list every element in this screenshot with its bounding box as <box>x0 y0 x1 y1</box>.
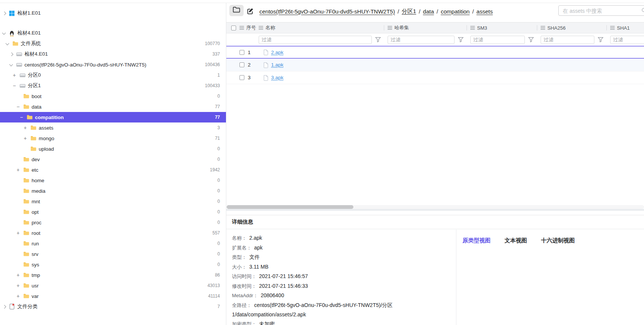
chevron-down-icon[interactable] <box>2 32 9 34</box>
breadcrumb-segment[interactable]: data <box>423 8 434 15</box>
tree-item[interactable]: sys0 <box>0 259 226 270</box>
expand-plus-icon[interactable]: + <box>17 167 23 172</box>
tree-item[interactable]: boot0 <box>0 91 226 101</box>
edit-path-button[interactable] <box>246 8 254 16</box>
expand-plus-icon[interactable]: + <box>17 272 23 278</box>
folder-icon <box>23 178 29 183</box>
breadcrumb-segment[interactable]: compatition <box>441 8 470 15</box>
tree-item[interactable]: 检材4.E01 <box>0 28 226 38</box>
detail-field-value: centos(tfP26t-5gvO-aOnu-7F0u-dvd5-sHUY-T… <box>232 302 392 318</box>
tree-item[interactable]: +tmp86 <box>0 270 226 280</box>
detail-field-label: 扩展名： <box>232 245 252 251</box>
cell-SHA256 <box>537 46 606 59</box>
breadcrumb-segment[interactable]: assets <box>476 8 492 15</box>
tree-item[interactable]: home0 <box>0 175 226 186</box>
tree-item[interactable]: −data77 <box>0 101 226 112</box>
filter-input-名称[interactable] <box>259 36 372 44</box>
tree-item[interactable]: opt0 <box>0 207 226 217</box>
tree-item[interactable]: proc0 <box>0 217 226 228</box>
chevron-right-icon[interactable] <box>2 305 9 308</box>
row-checkbox[interactable] <box>239 75 244 80</box>
table-row[interactable]: 33.apk <box>226 71 644 84</box>
column-header-名称[interactable]: 名称 <box>255 23 384 33</box>
windows-icon <box>9 11 15 16</box>
chevron-down-icon[interactable] <box>9 64 16 66</box>
tree-item[interactable]: centos(tfP26t-5gvO-aOnu-7F0u-dvd5-sHUY-T… <box>0 59 226 70</box>
detail-field-value: 2021-07-21 15:46:33 <box>259 283 308 289</box>
file-link[interactable]: 2.apk <box>271 50 283 55</box>
tree-item[interactable]: −分区1100433 <box>0 80 226 91</box>
view-tab-十六进制视图[interactable]: 十六进制视图 <box>541 237 575 244</box>
filter-funnel-icon[interactable] <box>458 37 464 42</box>
search-input[interactable] <box>562 6 639 16</box>
tree-item-label: 分区1 <box>28 82 41 89</box>
tree-item[interactable]: +etc1942 <box>0 165 226 175</box>
detail-field: 修改时间：2021-07-21 15:46:33 <box>232 281 422 291</box>
tree-item[interactable]: upload0 <box>0 144 226 154</box>
file-link[interactable]: 1.apk <box>271 62 283 68</box>
tree-item[interactable]: −compatition77 <box>0 112 226 122</box>
evidence-tree: 检材1.E01检材4.E01文件系统100770检材4.E01337centos… <box>0 3 226 312</box>
horizontal-scrollbar-thumb[interactable] <box>227 205 353 209</box>
expand-plus-icon[interactable]: + <box>17 293 23 299</box>
file-link[interactable]: 3.apk <box>271 75 283 80</box>
filter-funnel-icon[interactable] <box>375 37 381 42</box>
filter-input-SHA256[interactable] <box>541 36 594 44</box>
tree-item[interactable]: run0 <box>0 238 226 249</box>
breadcrumb-segment[interactable]: centos(tfP26t-5gvO-aOnu-7F0u-dvd5-sHUY-T… <box>259 8 395 15</box>
cell-SM3 <box>467 59 537 71</box>
collapse-minus-icon[interactable]: − <box>13 83 19 88</box>
search-icon[interactable] <box>641 8 644 15</box>
view-tab-文本视图[interactable]: 文本视图 <box>505 237 527 244</box>
filter-input-SM3[interactable] <box>470 36 525 44</box>
column-header-SM3[interactable]: SM3 <box>467 23 537 33</box>
tree-item[interactable]: 文件分类7 <box>0 301 226 312</box>
expand-plus-icon[interactable]: + <box>17 283 23 288</box>
cell-序号: 1 <box>226 46 255 59</box>
tree-item[interactable]: +mongo71 <box>0 133 226 144</box>
expand-plus-icon[interactable]: + <box>24 136 30 141</box>
folder-outline-icon <box>232 6 241 15</box>
collapse-minus-icon[interactable]: − <box>17 104 23 109</box>
row-checkbox[interactable] <box>239 50 244 55</box>
select-all-checkbox[interactable] <box>231 26 236 30</box>
expand-plus-icon[interactable]: + <box>13 73 19 78</box>
row-checkbox[interactable] <box>239 62 244 67</box>
column-header-序号[interactable]: 序号 <box>226 23 255 33</box>
tree-item[interactable]: +var41114 <box>0 291 226 301</box>
tree-item[interactable]: mnt0 <box>0 196 226 207</box>
filter-funnel-icon[interactable] <box>528 37 534 42</box>
tree-item[interactable]: +assets3 <box>0 122 226 133</box>
chevron-right-icon[interactable] <box>9 53 16 56</box>
tree-item-label: media <box>32 188 45 194</box>
filter-funnel-icon[interactable] <box>598 37 603 42</box>
folder-icon <box>23 157 29 162</box>
filter-input-SHA1[interactable] <box>610 36 644 44</box>
collapse-minus-icon[interactable]: − <box>20 115 26 120</box>
tree-item[interactable]: dev0 <box>0 154 226 165</box>
tree-item[interactable]: 检材1.E01 <box>0 8 226 18</box>
tree-item[interactable]: +分区01 <box>0 70 226 80</box>
table-row[interactable]: 12.apk <box>226 46 644 59</box>
detail-field-value: 3.11 MB <box>249 264 268 270</box>
folder-view-button[interactable] <box>229 5 244 16</box>
breadcrumb-segment[interactable]: 分区1 <box>402 8 416 15</box>
table-row[interactable]: 21.apk <box>226 59 644 71</box>
tree-item-count: 77 <box>215 104 226 109</box>
column-header-SHA1[interactable]: SHA1 <box>606 23 644 33</box>
view-tab-原类型视图[interactable]: 原类型视图 <box>462 237 491 244</box>
expand-plus-icon[interactable]: + <box>17 230 23 236</box>
tree-item[interactable]: 检材4.E01337 <box>0 49 226 59</box>
column-header-SHA256[interactable]: SHA256 <box>537 23 606 33</box>
tree-item[interactable]: media0 <box>0 186 226 196</box>
column-header-哈希集[interactable]: 哈希集 <box>384 23 467 33</box>
tree-item[interactable]: 文件系统100770 <box>0 38 226 49</box>
chevron-down-icon[interactable] <box>6 43 12 45</box>
tree-item[interactable]: +usr43013 <box>0 280 226 291</box>
folder-icon <box>23 188 29 193</box>
tree-item[interactable]: srv0 <box>0 249 226 259</box>
tree-item[interactable]: +root557 <box>0 228 226 238</box>
filter-input-哈希集[interactable] <box>388 36 455 44</box>
expand-plus-icon[interactable]: + <box>24 125 30 130</box>
chevron-right-icon[interactable] <box>2 12 9 15</box>
